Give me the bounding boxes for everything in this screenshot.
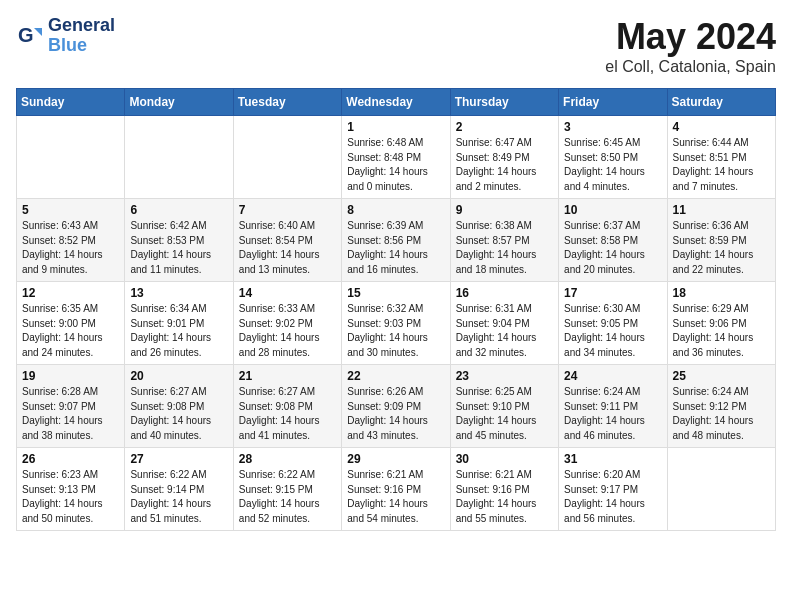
day-number: 20 [130,369,227,383]
calendar-cell [233,116,341,199]
calendar-cell: 13Sunrise: 6:34 AM Sunset: 9:01 PM Dayli… [125,282,233,365]
weekday-header-monday: Monday [125,89,233,116]
calendar-week-row: 5Sunrise: 6:43 AM Sunset: 8:52 PM Daylig… [17,199,776,282]
day-info: Sunrise: 6:44 AM Sunset: 8:51 PM Dayligh… [673,136,770,194]
day-number: 13 [130,286,227,300]
day-number: 8 [347,203,444,217]
day-info: Sunrise: 6:37 AM Sunset: 8:58 PM Dayligh… [564,219,661,277]
calendar-cell [17,116,125,199]
weekday-header-thursday: Thursday [450,89,558,116]
calendar-cell: 9Sunrise: 6:38 AM Sunset: 8:57 PM Daylig… [450,199,558,282]
day-number: 9 [456,203,553,217]
day-info: Sunrise: 6:20 AM Sunset: 9:17 PM Dayligh… [564,468,661,526]
calendar-week-row: 26Sunrise: 6:23 AM Sunset: 9:13 PM Dayli… [17,448,776,531]
calendar-cell [125,116,233,199]
day-info: Sunrise: 6:34 AM Sunset: 9:01 PM Dayligh… [130,302,227,360]
day-info: Sunrise: 6:31 AM Sunset: 9:04 PM Dayligh… [456,302,553,360]
logo: G General Blue [16,16,115,56]
month-year-title: May 2024 [605,16,776,58]
day-number: 26 [22,452,119,466]
day-info: Sunrise: 6:29 AM Sunset: 9:06 PM Dayligh… [673,302,770,360]
calendar-cell: 30Sunrise: 6:21 AM Sunset: 9:16 PM Dayli… [450,448,558,531]
calendar-cell: 25Sunrise: 6:24 AM Sunset: 9:12 PM Dayli… [667,365,775,448]
day-info: Sunrise: 6:39 AM Sunset: 8:56 PM Dayligh… [347,219,444,277]
day-info: Sunrise: 6:26 AM Sunset: 9:09 PM Dayligh… [347,385,444,443]
calendar-cell: 18Sunrise: 6:29 AM Sunset: 9:06 PM Dayli… [667,282,775,365]
calendar-cell: 23Sunrise: 6:25 AM Sunset: 9:10 PM Dayli… [450,365,558,448]
calendar-week-row: 1Sunrise: 6:48 AM Sunset: 8:48 PM Daylig… [17,116,776,199]
calendar-cell: 1Sunrise: 6:48 AM Sunset: 8:48 PM Daylig… [342,116,450,199]
calendar-table: SundayMondayTuesdayWednesdayThursdayFrid… [16,88,776,531]
day-info: Sunrise: 6:40 AM Sunset: 8:54 PM Dayligh… [239,219,336,277]
day-number: 5 [22,203,119,217]
day-number: 4 [673,120,770,134]
calendar-cell: 10Sunrise: 6:37 AM Sunset: 8:58 PM Dayli… [559,199,667,282]
day-number: 10 [564,203,661,217]
day-info: Sunrise: 6:47 AM Sunset: 8:49 PM Dayligh… [456,136,553,194]
calendar-cell: 3Sunrise: 6:45 AM Sunset: 8:50 PM Daylig… [559,116,667,199]
day-info: Sunrise: 6:24 AM Sunset: 9:11 PM Dayligh… [564,385,661,443]
day-info: Sunrise: 6:38 AM Sunset: 8:57 PM Dayligh… [456,219,553,277]
day-number: 25 [673,369,770,383]
day-number: 14 [239,286,336,300]
day-info: Sunrise: 6:36 AM Sunset: 8:59 PM Dayligh… [673,219,770,277]
day-info: Sunrise: 6:28 AM Sunset: 9:07 PM Dayligh… [22,385,119,443]
calendar-cell: 26Sunrise: 6:23 AM Sunset: 9:13 PM Dayli… [17,448,125,531]
weekday-header-sunday: Sunday [17,89,125,116]
weekday-header-saturday: Saturday [667,89,775,116]
day-info: Sunrise: 6:22 AM Sunset: 9:15 PM Dayligh… [239,468,336,526]
calendar-cell: 16Sunrise: 6:31 AM Sunset: 9:04 PM Dayli… [450,282,558,365]
calendar-cell: 15Sunrise: 6:32 AM Sunset: 9:03 PM Dayli… [342,282,450,365]
day-info: Sunrise: 6:45 AM Sunset: 8:50 PM Dayligh… [564,136,661,194]
day-number: 29 [347,452,444,466]
calendar-week-row: 19Sunrise: 6:28 AM Sunset: 9:07 PM Dayli… [17,365,776,448]
calendar-cell: 4Sunrise: 6:44 AM Sunset: 8:51 PM Daylig… [667,116,775,199]
calendar-cell: 14Sunrise: 6:33 AM Sunset: 9:02 PM Dayli… [233,282,341,365]
title-area: May 2024 el Coll, Catalonia, Spain [605,16,776,76]
svg-marker-1 [34,28,42,36]
calendar-cell: 29Sunrise: 6:21 AM Sunset: 9:16 PM Dayli… [342,448,450,531]
calendar-cell: 31Sunrise: 6:20 AM Sunset: 9:17 PM Dayli… [559,448,667,531]
calendar-cell: 24Sunrise: 6:24 AM Sunset: 9:11 PM Dayli… [559,365,667,448]
day-number: 12 [22,286,119,300]
day-info: Sunrise: 6:48 AM Sunset: 8:48 PM Dayligh… [347,136,444,194]
svg-text:G: G [18,24,34,46]
calendar-cell: 2Sunrise: 6:47 AM Sunset: 8:49 PM Daylig… [450,116,558,199]
day-number: 16 [456,286,553,300]
day-number: 3 [564,120,661,134]
day-number: 30 [456,452,553,466]
day-info: Sunrise: 6:43 AM Sunset: 8:52 PM Dayligh… [22,219,119,277]
day-info: Sunrise: 6:25 AM Sunset: 9:10 PM Dayligh… [456,385,553,443]
day-number: 24 [564,369,661,383]
day-info: Sunrise: 6:23 AM Sunset: 9:13 PM Dayligh… [22,468,119,526]
day-number: 15 [347,286,444,300]
day-info: Sunrise: 6:24 AM Sunset: 9:12 PM Dayligh… [673,385,770,443]
calendar-cell: 12Sunrise: 6:35 AM Sunset: 9:00 PM Dayli… [17,282,125,365]
calendar-cell: 8Sunrise: 6:39 AM Sunset: 8:56 PM Daylig… [342,199,450,282]
weekday-header-friday: Friday [559,89,667,116]
calendar-cell: 7Sunrise: 6:40 AM Sunset: 8:54 PM Daylig… [233,199,341,282]
day-info: Sunrise: 6:33 AM Sunset: 9:02 PM Dayligh… [239,302,336,360]
weekday-header-wednesday: Wednesday [342,89,450,116]
day-number: 27 [130,452,227,466]
calendar-cell [667,448,775,531]
day-number: 22 [347,369,444,383]
logo-text: General Blue [48,16,115,56]
day-info: Sunrise: 6:32 AM Sunset: 9:03 PM Dayligh… [347,302,444,360]
day-info: Sunrise: 6:21 AM Sunset: 9:16 PM Dayligh… [456,468,553,526]
day-number: 17 [564,286,661,300]
day-info: Sunrise: 6:30 AM Sunset: 9:05 PM Dayligh… [564,302,661,360]
calendar-cell: 20Sunrise: 6:27 AM Sunset: 9:08 PM Dayli… [125,365,233,448]
day-number: 28 [239,452,336,466]
calendar-cell: 11Sunrise: 6:36 AM Sunset: 8:59 PM Dayli… [667,199,775,282]
calendar-cell: 19Sunrise: 6:28 AM Sunset: 9:07 PM Dayli… [17,365,125,448]
day-info: Sunrise: 6:21 AM Sunset: 9:16 PM Dayligh… [347,468,444,526]
day-info: Sunrise: 6:35 AM Sunset: 9:00 PM Dayligh… [22,302,119,360]
weekday-header-row: SundayMondayTuesdayWednesdayThursdayFrid… [17,89,776,116]
day-number: 21 [239,369,336,383]
day-info: Sunrise: 6:27 AM Sunset: 9:08 PM Dayligh… [239,385,336,443]
day-number: 6 [130,203,227,217]
calendar-cell: 27Sunrise: 6:22 AM Sunset: 9:14 PM Dayli… [125,448,233,531]
page-header: G General Blue May 2024 el Coll, Catalon… [16,16,776,76]
calendar-week-row: 12Sunrise: 6:35 AM Sunset: 9:00 PM Dayli… [17,282,776,365]
